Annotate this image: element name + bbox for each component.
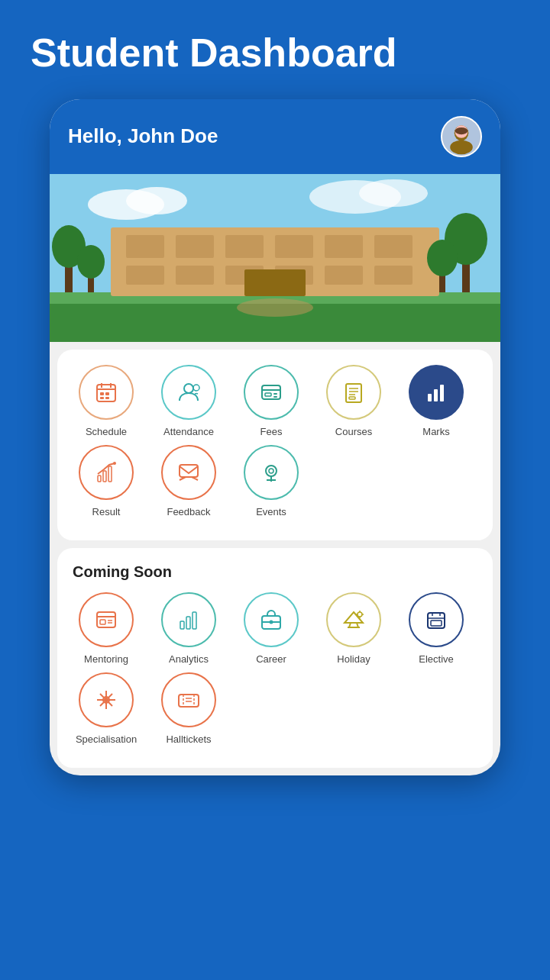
main-menu-card: Schedule Attendance [57,350,493,540]
career-icon [244,592,299,647]
holiday-icon [326,592,381,647]
svg-point-4 [455,127,468,134]
fees-icon [244,365,299,420]
svg-point-7 [126,187,187,214]
elective-label: Elective [419,653,454,665]
svg-point-65 [266,466,277,476]
menu-item-events[interactable]: Events [230,445,312,517]
svg-point-29 [77,245,105,279]
svg-rect-39 [100,392,104,395]
menu-item-schedule[interactable]: Schedule [65,365,147,437]
elective-icon [409,592,464,647]
menu-item-mentoring[interactable]: Mentoring [65,592,147,665]
svg-rect-20 [176,266,214,285]
mentoring-label: Mentoring [84,653,128,665]
svg-rect-71 [100,620,105,624]
svg-point-79 [270,620,273,624]
page-title: Student Dashboard [0,0,428,99]
svg-rect-18 [374,235,412,258]
svg-rect-15 [225,235,264,258]
fees-label: Fees [260,426,283,437]
attendance-label: Attendance [163,426,214,437]
menu-item-attendance[interactable]: Attendance [147,365,230,437]
marks-icon [409,365,464,420]
svg-rect-62 [180,465,198,477]
menu-item-halltickets[interactable]: Halltickets [147,672,230,745]
svg-rect-41 [100,397,104,399]
svg-point-43 [184,384,193,393]
menu-item-courses[interactable]: Courses [312,365,395,437]
feedback-label: Feedback [167,506,210,517]
avatar [441,116,482,157]
schedule-label: Schedule [86,426,127,437]
svg-rect-57 [440,385,444,401]
menu-item-career[interactable]: Career [230,592,312,665]
phone-header: Hello, John Doe [50,99,500,174]
result-label: Result [92,506,121,517]
coming-soon-card: Coming Soon Mentoring [57,548,493,768]
svg-rect-75 [186,617,190,629]
svg-rect-13 [126,235,164,258]
svg-rect-42 [105,397,109,399]
svg-rect-49 [273,396,277,398]
halltickets-icon [161,672,216,727]
svg-rect-48 [273,393,277,395]
menu-item-holiday[interactable]: Holiday [312,592,395,665]
menu-item-result[interactable]: Result [65,445,147,517]
attendance-icon [161,365,216,420]
svg-rect-23 [325,266,363,285]
svg-rect-60 [108,466,112,482]
analytics-icon [161,592,216,647]
courses-label: Courses [335,426,372,437]
feedback-icon [161,445,216,500]
svg-rect-47 [265,393,271,396]
svg-rect-58 [98,475,101,482]
coming-soon-grid: Mentoring Analytics [65,592,485,753]
coming-soon-title: Coming Soon [65,563,485,581]
schedule-icon [79,365,134,420]
mentoring-icon [79,592,134,647]
events-icon [244,445,299,500]
svg-point-34 [237,298,313,317]
menu-item-analytics[interactable]: Analytics [147,592,230,665]
courses-icon [326,365,381,420]
result-icon [79,445,134,500]
svg-rect-74 [180,621,184,629]
campus-image [50,174,500,342]
svg-rect-56 [434,389,438,401]
career-label: Career [256,653,286,665]
menu-item-elective[interactable]: Elective [395,592,477,665]
menu-item-feedback[interactable]: Feedback [147,445,230,517]
svg-point-2 [450,140,473,154]
svg-point-44 [193,385,199,391]
svg-rect-90 [431,621,442,626]
svg-rect-16 [275,235,313,258]
svg-point-83 [358,612,362,617]
phone-mockup: Hello, John Doe [50,99,500,775]
svg-rect-40 [105,392,109,395]
svg-rect-55 [428,394,432,401]
specialisation-icon [79,672,134,727]
svg-point-9 [359,179,428,207]
menu-grid: Schedule Attendance [65,365,485,525]
halltickets-label: Halltickets [166,733,211,745]
analytics-label: Analytics [169,653,209,665]
svg-point-66 [269,469,273,473]
greeting-text: Hello, John Doe [68,124,218,148]
specialisation-label: Specialisation [76,733,137,745]
svg-rect-59 [103,471,106,482]
svg-point-33 [427,240,458,276]
events-label: Events [256,506,286,517]
menu-item-specialisation[interactable]: Specialisation [65,672,147,745]
menu-item-marks[interactable]: Marks [395,365,477,437]
svg-rect-17 [325,235,363,258]
svg-rect-54 [349,397,355,399]
svg-rect-45 [262,385,280,399]
svg-rect-98 [179,695,199,707]
holiday-label: Holiday [337,653,370,665]
svg-rect-19 [126,266,164,285]
menu-item-fees[interactable]: Fees [230,365,312,437]
marks-label: Marks [422,426,449,437]
svg-rect-25 [244,269,306,296]
svg-rect-14 [176,235,214,258]
